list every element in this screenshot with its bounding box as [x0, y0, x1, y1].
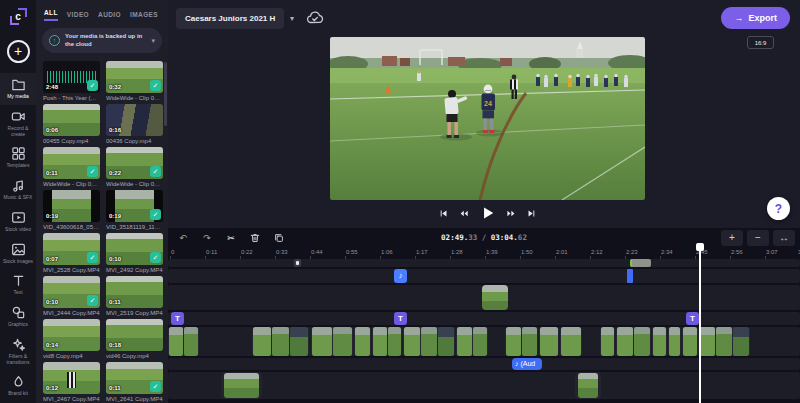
aspect-ratio-badge[interactable]: 16:9: [747, 36, 774, 49]
media-item[interactable]: 0:19 ✓ VID_35181119_11203...: [106, 190, 163, 230]
media-tab[interactable]: VIDEO: [67, 11, 89, 21]
ruler-label: 2:23: [626, 249, 638, 255]
video-preview[interactable]: 24: [330, 37, 645, 200]
rail-item[interactable]: Stock video: [0, 206, 36, 238]
media-item[interactable]: 0:14 vid8 Copy.mp4: [43, 319, 100, 359]
media-item[interactable]: 0:22 ✓ WideWide - Clip 071...: [106, 147, 163, 187]
redo-button[interactable]: ↷: [197, 230, 217, 246]
video-clip[interactable]: [311, 327, 353, 356]
video-clip[interactable]: [252, 327, 309, 356]
rail-item-label: Templates: [7, 163, 30, 169]
play-button[interactable]: [481, 206, 495, 220]
audio-clip[interactable]: [627, 269, 633, 283]
zoom-out-button[interactable]: −: [747, 230, 769, 246]
synced-check-icon: ✓: [87, 80, 98, 91]
split-button[interactable]: ✂: [221, 230, 241, 246]
duplicate-button[interactable]: [269, 230, 289, 246]
media-item[interactable]: 0:16 00436 Copy.mp4: [106, 104, 163, 144]
timeline-ruler[interactable]: 00:110:220:330:440:551:061:171:281:391:5…: [168, 248, 800, 259]
skip-end-button[interactable]: [527, 209, 536, 218]
media-item[interactable]: 0:07 ✓ MVI_2528 Copy.MP4: [43, 233, 100, 273]
video-clip[interactable]: [456, 327, 488, 356]
text-clip[interactable]: T: [394, 312, 407, 325]
rail-item[interactable]: Brand kit: [0, 370, 36, 402]
media-item[interactable]: 0:10 ✓ MVI_2492 Copy.MP4: [106, 233, 163, 273]
add-media-button[interactable]: +: [7, 40, 30, 63]
audio-clip[interactable]: ♪ (Aud: [512, 358, 542, 370]
export-button[interactable]: → Export: [721, 7, 790, 29]
rail-item[interactable]: Text: [0, 269, 36, 301]
media-item[interactable]: 0:10 ✓ MVI_2444 Copy.MP4: [43, 276, 100, 316]
media-thumbnail: 0:10 ✓: [43, 276, 100, 308]
rail-item[interactable]: Graphics: [0, 301, 36, 333]
duration-badge: 0:18: [109, 342, 121, 348]
cloud-saved-icon[interactable]: [306, 9, 324, 27]
rail-item[interactable]: Filters & transitions: [0, 333, 36, 371]
media-item[interactable]: 0:32 ✓ WideWide - Clip 078...: [106, 61, 163, 101]
clipchamp-logo[interactable]: c: [0, 0, 36, 32]
duration-badge: 0:10: [46, 299, 58, 305]
rail-item[interactable]: My media: [0, 73, 36, 105]
video-clip[interactable]: [482, 285, 508, 310]
forward-button[interactable]: [506, 209, 516, 218]
video-clip[interactable]: [168, 327, 199, 356]
zoom-fit-button[interactable]: ↔: [773, 230, 795, 246]
media-item[interactable]: 0:11 ✓ WideWide - Clip 072...: [43, 147, 100, 187]
project-title[interactable]: Caesars Juniors 2021 H: [176, 8, 284, 29]
media-item[interactable]: 0:06 00455 Copy.mp4: [43, 104, 100, 144]
delete-button[interactable]: [245, 230, 265, 246]
brand-kit-icon: [11, 374, 26, 389]
duration-badge: 0:16: [109, 127, 121, 133]
rail-item[interactable]: Music & SFX: [0, 174, 36, 206]
video-clip[interactable]: [539, 327, 559, 356]
media-thumbnail: 2:48 ✓: [43, 61, 100, 93]
timeline-clip[interactable]: [630, 259, 651, 267]
media-filename: MVI_2641 Copy.MP4: [106, 396, 163, 402]
media-tab[interactable]: AUDIO: [98, 11, 121, 21]
zoom-in-button[interactable]: +: [721, 230, 743, 246]
video-clip[interactable]: [354, 327, 371, 356]
rail-item[interactable]: Templates: [0, 142, 36, 174]
video-clip[interactable]: [600, 327, 615, 356]
media-item[interactable]: 0:11 ✓ MVI_2641 Copy.MP4: [106, 362, 163, 402]
media-item[interactable]: 0:18 vid46 Copy.mp4: [106, 319, 163, 359]
rewind-button[interactable]: [459, 209, 469, 218]
video-clip[interactable]: [698, 327, 750, 356]
video-clip[interactable]: [575, 372, 601, 399]
media-scrollbar[interactable]: [164, 62, 167, 126]
media-thumbnail: 0:18: [106, 319, 163, 351]
media-item[interactable]: 0:12 MVI_2467 Copy.MP4: [43, 362, 100, 402]
media-item[interactable]: 2:48 ✓ Posh - This Year (Offi...: [43, 61, 100, 101]
playhead[interactable]: [696, 243, 704, 403]
synced-check-icon: ✓: [150, 381, 161, 392]
video-clip[interactable]: [505, 327, 538, 356]
video-clip[interactable]: [221, 372, 262, 399]
media-item[interactable]: 0:19 VID_43600618_053...: [43, 190, 100, 230]
cloud-backup-notice[interactable]: ↑ Your media is backed up in the cloud ▾: [42, 28, 162, 53]
text-clip[interactable]: T: [171, 312, 184, 325]
undo-button[interactable]: ↶: [173, 230, 193, 246]
chevron-down-icon[interactable]: ▾: [290, 14, 294, 23]
video-clip[interactable]: [372, 327, 402, 356]
video-clip[interactable]: [616, 327, 651, 356]
ruler-label: 0:22: [241, 249, 253, 255]
video-clip[interactable]: [560, 327, 582, 356]
skip-start-button[interactable]: [439, 209, 448, 218]
synced-check-icon: ✓: [150, 166, 161, 177]
help-button[interactable]: ?: [767, 197, 790, 220]
timeline-clip[interactable]: [294, 259, 301, 267]
duration-badge: 0:19: [46, 213, 58, 219]
track-video-main: [168, 327, 800, 356]
rail-item[interactable]: Stock images: [0, 238, 36, 270]
video-clip[interactable]: [668, 327, 681, 356]
media-item[interactable]: 0:11 MVI_2519 Copy.MP4: [106, 276, 163, 316]
rail-item[interactable]: Record & create: [0, 105, 36, 143]
video-clip[interactable]: [403, 327, 455, 356]
audio-clip[interactable]: ♪: [394, 269, 407, 283]
media-grid: 2:48 ✓ Posh - This Year (Offi... 0:32 ✓ …: [36, 59, 168, 402]
video-clip[interactable]: [652, 327, 667, 356]
media-tab[interactable]: ALL: [44, 9, 58, 21]
rail-item-label: Stock video: [5, 227, 31, 233]
timeline: ↶ ↷ ✂ 02:49.33 / 03:04.62 + − ↔ 00:110:2…: [168, 228, 800, 403]
media-tab[interactable]: IMAGES: [130, 11, 158, 21]
